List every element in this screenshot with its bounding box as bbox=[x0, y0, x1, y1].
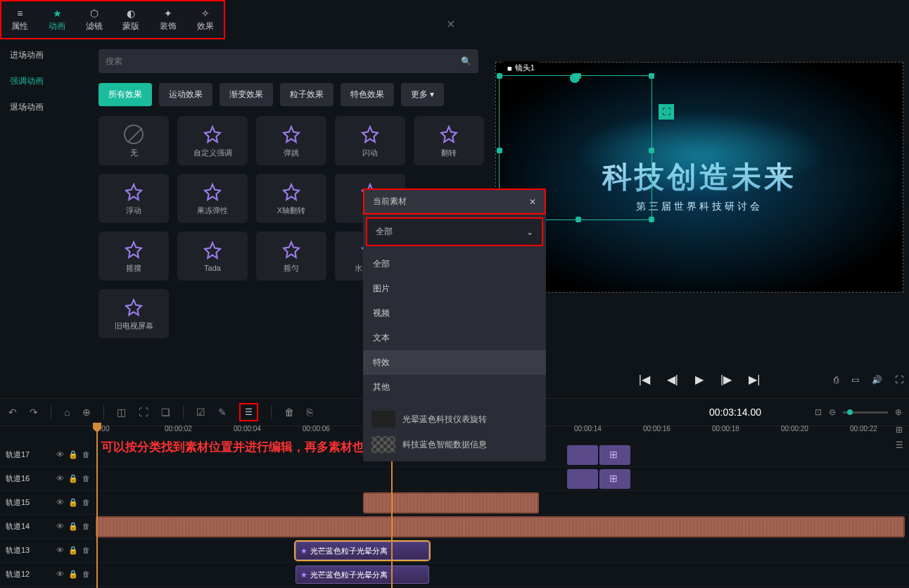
popup-option[interactable]: 全部 bbox=[363, 252, 546, 276]
trash-icon[interactable]: 🗑 bbox=[82, 570, 90, 579]
effect-item[interactable]: 摇匀 bbox=[256, 231, 326, 281]
crop-icon[interactable]: ⛶ bbox=[659, 104, 674, 120]
effect-item[interactable]: 翻转 bbox=[414, 116, 484, 165]
tab-filter[interactable]: ⬡滤镜 bbox=[75, 1, 113, 38]
eye-icon[interactable]: 👁 bbox=[56, 570, 64, 579]
filter-particle[interactable]: 粒子效果 bbox=[280, 83, 333, 106]
track-body[interactable]: ★光芒蓝色粒子光晕分离 bbox=[96, 539, 909, 562]
lock-icon[interactable]: 🔒 bbox=[68, 570, 78, 579]
effect-item[interactable]: 无 bbox=[98, 116, 169, 165]
zoom-in-icon[interactable]: ⊕ bbox=[895, 407, 902, 417]
next-frame-icon[interactable]: |▶ bbox=[720, 373, 732, 386]
tab-animation[interactable]: ★动画 bbox=[39, 1, 76, 38]
delete-icon[interactable]: 🗑 bbox=[284, 407, 294, 418]
aspect-icon[interactable]: ▭ bbox=[851, 375, 859, 385]
group-icon[interactable]: ❏ bbox=[161, 407, 170, 418]
track-body[interactable] bbox=[96, 515, 909, 538]
eye-icon[interactable]: 👁 bbox=[56, 450, 64, 459]
lock-icon[interactable]: 🔒 bbox=[68, 498, 78, 507]
prev-frame-icon[interactable]: ◀| bbox=[667, 373, 678, 386]
undo-icon[interactable]: ↶ bbox=[8, 407, 17, 418]
crop-tool-icon[interactable]: ⛶ bbox=[139, 407, 148, 418]
zoom-slider[interactable] bbox=[843, 411, 888, 414]
popup-option[interactable]: 图片 bbox=[363, 276, 546, 301]
fit-icon[interactable]: ⊡ bbox=[815, 407, 822, 417]
track-body[interactable] bbox=[96, 467, 909, 490]
eye-icon[interactable]: 👁 bbox=[56, 474, 64, 483]
effect-clip[interactable]: ★光芒蓝色粒子光晕分离 bbox=[295, 565, 429, 584]
effect-item[interactable]: 弹跳 bbox=[256, 116, 326, 165]
effect-item[interactable]: 浮动 bbox=[98, 174, 169, 223]
lock-icon[interactable]: 🔒 bbox=[68, 450, 78, 459]
popup-option[interactable]: 文本 bbox=[363, 326, 546, 350]
layers-button[interactable]: ☰ bbox=[239, 403, 258, 421]
filter-all[interactable]: 所有效果 bbox=[98, 83, 152, 106]
close-panel-icon[interactable]: ✕ bbox=[446, 18, 455, 31]
effect-item[interactable]: X轴翻转 bbox=[256, 174, 326, 223]
effect-item[interactable]: 自定义强调 bbox=[177, 116, 248, 165]
tab-effect[interactable]: ✧效果 bbox=[186, 1, 224, 38]
trash-icon[interactable]: 🗑 bbox=[82, 546, 90, 555]
effect-item[interactable]: 摇摆 bbox=[98, 231, 169, 281]
home-icon[interactable]: ⌂ bbox=[64, 407, 70, 418]
clip[interactable] bbox=[567, 445, 598, 465]
preview-panel[interactable]: ■ 镜头1 科技创造未来 第三届世界科技研讨会 ⛶ bbox=[495, 62, 903, 293]
track-body[interactable]: ★光芒蓝色粒子光晕分离 bbox=[96, 563, 909, 586]
lock-icon[interactable]: 🔒 bbox=[68, 546, 78, 555]
cat-enter[interactable]: 进场动画 bbox=[0, 42, 98, 68]
cat-exit[interactable]: 退场动画 bbox=[0, 94, 98, 120]
result-row[interactable]: 科技蓝色智能数据信息 bbox=[363, 432, 546, 457]
effect-item[interactable]: 果冻弹性 bbox=[177, 174, 248, 223]
audio-clip[interactable] bbox=[96, 516, 905, 537]
skip-start-icon[interactable]: |◀ bbox=[639, 373, 650, 386]
volume-icon[interactable]: 🔊 bbox=[872, 375, 882, 385]
result-row[interactable]: 光晕蓝色科技仪表旋转 bbox=[363, 407, 546, 432]
filter-special[interactable]: 特色效果 bbox=[341, 83, 394, 106]
tab-properties[interactable]: ≡属性 bbox=[1, 1, 39, 38]
popup-option[interactable]: 特效 bbox=[363, 350, 546, 375]
track-body[interactable] bbox=[96, 491, 909, 514]
lock-icon[interactable]: 🔒 bbox=[68, 522, 78, 531]
clip[interactable] bbox=[567, 469, 598, 489]
tab-mask[interactable]: ◐蒙版 bbox=[113, 1, 150, 38]
effect-item[interactable]: 闪动 bbox=[335, 116, 405, 165]
cat-emphasis[interactable]: 强调动画 bbox=[0, 68, 98, 94]
playhead[interactable] bbox=[96, 425, 98, 588]
edit-icon[interactable]: ✎ bbox=[218, 407, 227, 418]
lock-icon[interactable]: 🔒 bbox=[68, 474, 78, 483]
clip[interactable] bbox=[599, 469, 630, 489]
skip-end-icon[interactable]: ▶| bbox=[749, 373, 760, 386]
filter-more[interactable]: 更多 ▾ bbox=[401, 83, 444, 106]
filter-motion[interactable]: 运动效果 bbox=[159, 83, 212, 106]
redo-icon[interactable]: ↷ bbox=[30, 407, 38, 418]
trash-icon[interactable]: 🗑 bbox=[82, 498, 90, 507]
search-input[interactable] bbox=[106, 56, 461, 66]
trash-icon[interactable]: 🗑 bbox=[82, 474, 90, 483]
popup-option[interactable]: 其他 bbox=[363, 375, 546, 400]
zoom-out-icon[interactable]: ⊖ bbox=[829, 407, 836, 417]
close-icon[interactable]: ✕ bbox=[529, 197, 536, 207]
popup-select[interactable]: 全部 ⌄ bbox=[367, 219, 542, 245]
effect-item[interactable]: Tada bbox=[177, 231, 248, 281]
popup-option[interactable]: 视频 bbox=[363, 301, 546, 326]
target-icon[interactable]: ⊕ bbox=[82, 407, 91, 418]
fullscreen-icon[interactable]: ⛶ bbox=[895, 375, 903, 385]
copy-icon[interactable]: ⎘ bbox=[307, 407, 312, 418]
filter-gradient[interactable]: 渐变效果 bbox=[220, 83, 273, 106]
trash-icon[interactable]: 🗑 bbox=[82, 450, 90, 459]
effect-item[interactable]: 旧电视屏幕 bbox=[98, 289, 169, 338]
eye-icon[interactable]: 👁 bbox=[56, 522, 64, 531]
tab-decor[interactable]: ✦装饰 bbox=[150, 1, 187, 38]
play-icon[interactable]: ▶ bbox=[695, 373, 704, 386]
check-icon[interactable]: ☑ bbox=[196, 407, 205, 418]
eye-icon[interactable]: 👁 bbox=[56, 498, 64, 507]
capture-icon[interactable]: ⎙ bbox=[834, 375, 839, 385]
search-icon[interactable]: 🔍 bbox=[461, 56, 471, 66]
clip[interactable] bbox=[599, 445, 630, 465]
audio-clip[interactable] bbox=[363, 492, 539, 513]
split-icon[interactable]: ◫ bbox=[117, 407, 126, 418]
eye-icon[interactable]: 👁 bbox=[56, 546, 64, 555]
effect-clip[interactable]: ★光芒蓝色粒子光晕分离 bbox=[295, 542, 429, 560]
trash-icon[interactable]: 🗑 bbox=[82, 522, 90, 531]
add-track-icon[interactable]: ⊞ bbox=[896, 425, 903, 435]
